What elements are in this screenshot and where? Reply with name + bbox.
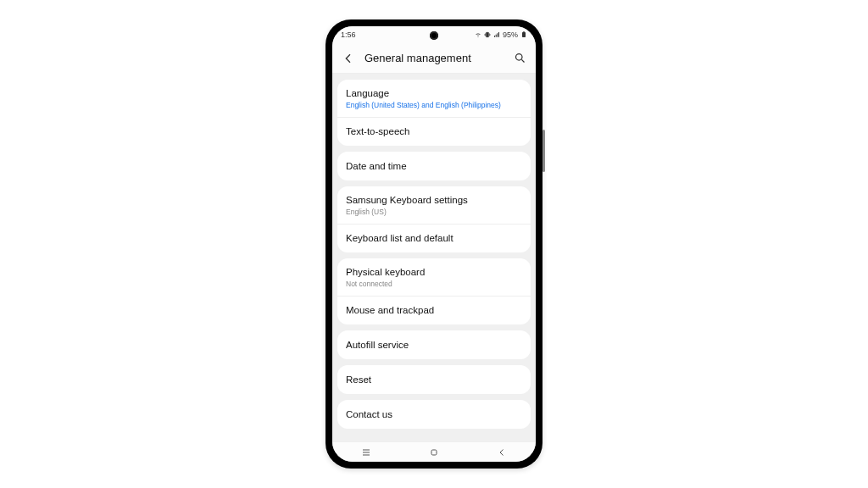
svg-rect-7 bbox=[431, 450, 437, 455]
settings-row[interactable]: Date and time bbox=[337, 152, 531, 180]
row-subtitle: English (United States) and English (Phi… bbox=[346, 101, 522, 109]
recents-icon bbox=[360, 447, 372, 458]
row-subtitle: English (US) bbox=[346, 208, 522, 216]
phone-screen: 1:56 95% bbox=[332, 26, 536, 462]
row-label: Language bbox=[346, 87, 522, 100]
nav-home-button[interactable] bbox=[427, 446, 441, 458]
settings-row[interactable]: Mouse and trackpad bbox=[337, 296, 531, 324]
svg-point-2 bbox=[515, 54, 522, 61]
settings-group: Samsung Keyboard settingsEnglish (US)Key… bbox=[337, 186, 531, 252]
svg-rect-0 bbox=[522, 32, 526, 37]
row-label: Reset bbox=[346, 374, 522, 386]
phone-frame: 1:56 95% bbox=[326, 19, 542, 469]
settings-list[interactable]: LanguageEnglish (United States) and Engl… bbox=[332, 74, 536, 441]
page-title: General management bbox=[364, 52, 504, 64]
settings-group: Autofill service bbox=[337, 330, 531, 359]
settings-row[interactable]: Keyboard list and default bbox=[337, 224, 531, 252]
nav-back-button[interactable] bbox=[495, 446, 509, 458]
nav-recents-button[interactable] bbox=[359, 446, 373, 458]
stage: 1:56 95% bbox=[0, 0, 868, 488]
home-icon bbox=[428, 447, 440, 458]
settings-row[interactable]: Physical keyboardNot connected bbox=[337, 258, 531, 296]
settings-group: Date and time bbox=[337, 152, 531, 180]
row-label: Autofill service bbox=[346, 339, 522, 352]
settings-group: Physical keyboardNot connectedMouse and … bbox=[337, 258, 531, 324]
status-right: 95% bbox=[475, 30, 527, 39]
back-button[interactable] bbox=[341, 51, 356, 66]
settings-group: Contact us bbox=[337, 400, 531, 429]
front-camera bbox=[430, 31, 438, 40]
settings-row[interactable]: Contact us bbox=[337, 400, 531, 429]
row-label: Samsung Keyboard settings bbox=[346, 194, 522, 207]
settings-row[interactable]: Samsung Keyboard settingsEnglish (US) bbox=[337, 186, 531, 224]
settings-row[interactable]: Reset bbox=[337, 365, 531, 394]
search-button[interactable] bbox=[512, 51, 527, 66]
battery-percent: 95% bbox=[503, 30, 518, 39]
nav-back-icon bbox=[496, 447, 508, 458]
settings-group: Reset bbox=[337, 365, 531, 394]
vibrate-icon bbox=[484, 31, 491, 38]
search-icon bbox=[514, 52, 526, 64]
android-nav-bar bbox=[332, 441, 536, 462]
row-subtitle: Not connected bbox=[346, 280, 522, 288]
chevron-left-icon bbox=[342, 52, 355, 65]
settings-row[interactable]: Autofill service bbox=[337, 330, 531, 359]
wifi-icon bbox=[475, 31, 481, 38]
settings-row[interactable]: LanguageEnglish (United States) and Engl… bbox=[337, 80, 531, 117]
svg-rect-1 bbox=[523, 31, 525, 32]
row-label: Date and time bbox=[346, 160, 522, 173]
status-time: 1:56 bbox=[341, 30, 356, 39]
row-label: Text-to-speech bbox=[346, 125, 522, 138]
row-label: Physical keyboard bbox=[346, 266, 522, 279]
battery-icon bbox=[520, 31, 527, 38]
page-header: General management bbox=[332, 43, 536, 74]
row-label: Mouse and trackpad bbox=[346, 304, 522, 317]
settings-group: LanguageEnglish (United States) and Engl… bbox=[337, 80, 531, 146]
svg-line-3 bbox=[521, 59, 524, 62]
settings-row[interactable]: Text-to-speech bbox=[337, 117, 531, 146]
signal-icon bbox=[493, 31, 500, 38]
row-label: Contact us bbox=[346, 408, 522, 421]
row-label: Keyboard list and default bbox=[346, 232, 522, 245]
